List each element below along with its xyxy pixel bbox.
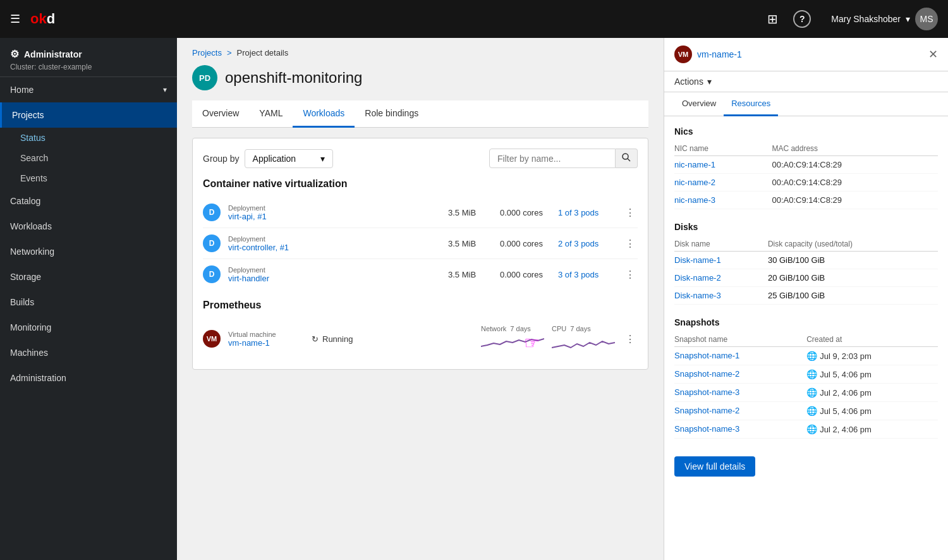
deploy-memory: 3.5 MiB — [448, 208, 492, 217]
nics-row: nic-name-2 00:A0:C9:14:C8:29 — [674, 174, 938, 192]
sidebar-cluster-label: Cluster: cluster-example — [10, 63, 167, 71]
disk-name-link[interactable]: Disk-name-3 — [674, 291, 721, 300]
filter-group — [489, 149, 638, 168]
cpu-chart: CPU 7 days — [552, 325, 615, 353]
nics-col-name: NIC name — [674, 142, 772, 156]
sidebar-item-storage-label: Storage — [10, 272, 41, 282]
deploy-row-menu[interactable]: ⋮ — [623, 266, 638, 283]
grid-icon[interactable]: ⊞ — [767, 11, 778, 27]
view-full-details-button[interactable]: View full details — [674, 456, 755, 477]
right-panel-tab-resources[interactable]: Resources — [724, 92, 778, 116]
prometheus-section-heading: Prometheus — [203, 300, 638, 311]
cnv-section: Container native virtualization D Deploy… — [203, 178, 638, 289]
sidebar-item-workloads[interactable]: Workloads — [0, 214, 177, 239]
deploy-cores: 0.000 cores — [500, 208, 550, 217]
sidebar-item-networking-label: Networking — [10, 247, 54, 257]
breadcrumb-current: Project details — [237, 48, 289, 58]
tab-workloads[interactable]: Workloads — [293, 100, 355, 128]
globe-icon: 🌐 — [806, 406, 817, 416]
snapshot-name-link[interactable]: Snapshot-name-3 — [674, 387, 739, 397]
filter-search-button[interactable] — [616, 149, 638, 168]
deploy-name-link[interactable]: virt-api, #1 — [228, 212, 304, 221]
nics-tbody: nic-name-1 00:A0:C9:14:C8:29 nic-name-2 … — [674, 156, 938, 209]
snapshot-name-link[interactable]: Snapshot-name-2 — [674, 369, 739, 379]
sidebar-item-projects[interactable]: Projects — [0, 102, 177, 128]
breadcrumb-projects[interactable]: Projects — [192, 48, 222, 58]
vm-row-menu[interactable]: ⋮ — [623, 331, 638, 348]
right-panel-vm-name[interactable]: vm-name-1 — [697, 49, 742, 59]
snapshot-name-link[interactable]: Snapshot-name-2 — [674, 406, 739, 415]
deploy-pods[interactable]: 1 of 3 pods — [558, 208, 615, 217]
right-panel: VM vm-name-1 ✕ Actions ▾ Overview Resour… — [664, 38, 948, 560]
user-menu[interactable]: Mary Shakshober ▾ MS — [831, 8, 938, 30]
groupby-row: Group by Application ▾ — [203, 149, 638, 168]
close-icon[interactable]: ✕ — [928, 47, 938, 61]
help-icon[interactable]: ? — [793, 10, 811, 28]
snapshot-row: Snapshot-name-3 🌐Jul 2, 4:06 pm — [674, 420, 938, 439]
tab-role-bindings[interactable]: Role bindings — [355, 100, 428, 128]
filter-input[interactable] — [489, 149, 616, 168]
disks-col-capacity: Disk capacity (used/total) — [768, 237, 938, 252]
tab-overview[interactable]: Overview — [192, 100, 249, 128]
topnav: ☰ okd ⊞ ? Mary Shakshober ▾ MS — [0, 0, 948, 38]
disk-capacity: 30 GiB/100 GiB — [768, 252, 938, 269]
sidebar-admin-title: ⚙ Administrator — [10, 48, 167, 60]
sidebar-item-workloads-label: Workloads — [10, 221, 52, 231]
sidebar-item-monitoring[interactable]: Monitoring — [0, 315, 177, 340]
right-panel-tab-overview[interactable]: Overview — [674, 92, 724, 116]
running-spinner-icon: ↻ — [312, 334, 319, 344]
breadcrumb: Projects > Project details — [192, 48, 648, 58]
deploy-memory: 3.5 MiB — [448, 270, 492, 279]
deploy-pods[interactable]: 3 of 3 pods — [558, 270, 615, 279]
right-panel-tabs: Overview Resources — [664, 92, 948, 116]
deploy-row-menu[interactable]: ⋮ — [623, 235, 638, 252]
sidebar-item-administration[interactable]: Administration — [0, 365, 177, 391]
disks-tbody: Disk-name-1 30 GiB/100 GiB Disk-name-2 2… — [674, 252, 938, 305]
sidebar-item-machines-label: Machines — [10, 348, 48, 358]
cnv-section-heading: Container native virtualization — [203, 178, 638, 190]
sidebar-admin-section: ⚙ Administrator Cluster: cluster-example — [0, 38, 177, 77]
disk-name-link[interactable]: Disk-name-2 — [674, 273, 721, 283]
tab-yaml[interactable]: YAML — [249, 100, 293, 128]
deploy-badge: D — [203, 265, 221, 283]
nic-name-link[interactable]: nic-name-3 — [674, 195, 715, 205]
deploy-name-link[interactable]: virt-handler — [228, 274, 304, 283]
sidebar: ⚙ Administrator Cluster: cluster-example… — [0, 38, 177, 560]
deploy-name-link[interactable]: virt-controller, #1 — [228, 243, 304, 252]
sidebar-item-builds[interactable]: Builds — [0, 289, 177, 315]
right-panel-vm-badge: VM — [674, 46, 692, 63]
sidebar-item-catalog-label: Catalog — [10, 196, 40, 206]
hamburger-icon[interactable]: ☰ — [10, 12, 20, 26]
snapshot-name-link[interactable]: Snapshot-name-1 — [674, 351, 739, 360]
vm-name-link[interactable]: vm-name-1 — [228, 338, 304, 348]
groupby-select[interactable]: Application ▾ — [245, 149, 333, 168]
nic-mac: 00:A0:C9:14:C8:29 — [772, 174, 938, 192]
snapshot-name-link[interactable]: Snapshot-name-3 — [674, 424, 739, 434]
nic-name-link[interactable]: nic-name-2 — [674, 178, 715, 187]
deploy-type: Deployment — [228, 235, 304, 243]
nic-name-link[interactable]: nic-name-1 — [674, 160, 715, 169]
avatar: MS — [915, 8, 938, 30]
deploy-info: Deployment virt-handler — [228, 266, 304, 283]
actions-button[interactable]: Actions ▾ — [664, 71, 948, 92]
vm-info: Virtual machine vm-name-1 — [228, 331, 304, 348]
right-panel-content: Nics NIC name MAC address nic-name-1 00:… — [664, 116, 948, 487]
user-name: Mary Shakshober — [831, 14, 901, 24]
globe-icon: 🌐 — [806, 369, 817, 379]
gear-icon: ⚙ — [10, 48, 19, 60]
sidebar-item-home[interactable]: Home ▾ — [0, 77, 177, 102]
deploy-pods[interactable]: 2 of 3 pods — [558, 239, 615, 248]
deploy-row-menu[interactable]: ⋮ — [623, 204, 638, 221]
sidebar-sub-search[interactable]: Search — [0, 148, 177, 168]
sidebar-item-machines[interactable]: Machines — [0, 340, 177, 365]
nic-mac: 00:A0:C9:14:C8:29 — [772, 156, 938, 174]
deploy-badge: D — [203, 234, 221, 252]
disk-name-link[interactable]: Disk-name-1 — [674, 255, 721, 265]
sidebar-item-catalog[interactable]: Catalog — [0, 188, 177, 214]
snapshot-date: 🌐Jul 5, 4:06 pm — [806, 365, 938, 384]
sidebar-sub-events[interactable]: Events — [0, 168, 177, 188]
sidebar-item-networking[interactable]: Networking — [0, 239, 177, 264]
deploy-cores: 0.000 cores — [500, 270, 550, 279]
sidebar-item-storage[interactable]: Storage — [0, 264, 177, 289]
sidebar-sub-status[interactable]: Status — [0, 128, 177, 148]
